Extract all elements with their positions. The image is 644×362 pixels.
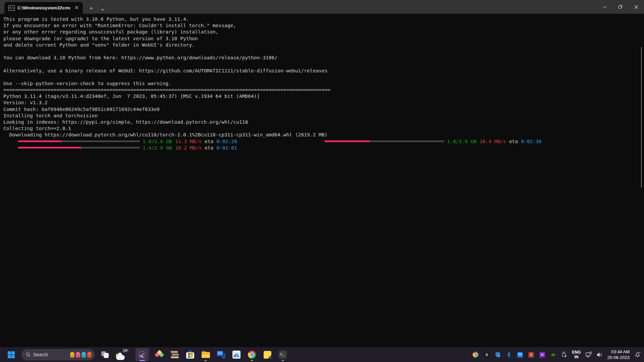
system-tray: G S N ENG IN 0 (472, 349, 641, 360)
taskbar-item-sticky-notes[interactable] (262, 348, 272, 362)
progress-fill (18, 147, 81, 148)
taskbar-item-microsoft-store[interactable] (185, 348, 195, 362)
terminal-line: or any other error regarding unsuccessfu… (3, 28, 644, 35)
search-highlight-icon (70, 352, 74, 358)
tab-bar-divider (98, 5, 98, 11)
tray-chrome-icon[interactable] (472, 351, 479, 358)
terminal-line (3, 61, 644, 67)
task-view-button[interactable] (100, 348, 110, 362)
tray-notion-icon[interactable]: N (539, 351, 545, 358)
progress-row: 1.0/2.6 GB11.3 MB/seta0:02:28 1.0/2.6 GB… (3, 138, 644, 144)
terminal-line: Downloading https://download.pytorch.org… (3, 131, 644, 138)
tray-bluetooth-icon[interactable] (505, 351, 512, 358)
task-view-icon (101, 351, 109, 358)
language-indicator[interactable]: ENG IN (572, 350, 581, 359)
eta-label: eta (509, 138, 518, 144)
winrar-icon (171, 351, 179, 358)
eta-value: 0:02:36 (521, 138, 542, 144)
terminal-scrollbar[interactable] (641, 47, 642, 188)
terminal-line (3, 74, 644, 80)
start-button[interactable] (6, 348, 16, 362)
search-placeholder: Search (33, 352, 67, 357)
taskbar-item-chrome[interactable] (247, 348, 257, 362)
taskbar-item-file-explorer[interactable] (201, 348, 211, 362)
running-indicator (205, 360, 207, 361)
taskbar-item-snipping-tool[interactable] (136, 348, 149, 362)
eta-label: eta (205, 144, 213, 151)
phone-link-icon (217, 351, 225, 358)
desktop-screen: C:\ C:\Windows\system32\cmd.e + This pro… (0, 0, 644, 362)
download-size: 1.0/2.6 GB (143, 138, 172, 144)
progress-stats: 1.0/2.6 GB10.4 MB/seta0:02:36 (447, 138, 542, 144)
search-highlight-icon (76, 352, 80, 358)
tray-usb-eject-icon[interactable] (561, 351, 568, 358)
volume-icon[interactable] (596, 351, 603, 358)
tray-phone-link-icon[interactable] (517, 351, 523, 358)
weather-icon: 28° (116, 348, 130, 362)
snipping-tool-icon (138, 351, 146, 359)
download-progress: 1.0/2.6 GB11.3 MB/seta0:02:28 (18, 138, 237, 144)
download-speed: 10.4 MB/s (480, 138, 506, 144)
terminal-line: Version: v1.3.2 (3, 99, 644, 106)
paint3d-icon (155, 351, 164, 359)
clock-date: 25-06-2023 (607, 355, 630, 360)
progress-bar (18, 140, 140, 142)
weather-widget[interactable]: 28° (115, 348, 130, 362)
network-icon[interactable] (585, 351, 592, 358)
new-tab-button[interactable]: + (88, 5, 95, 12)
tray-logitech-icon[interactable]: G (483, 351, 490, 358)
tray-red-app-icon[interactable]: S (528, 351, 534, 358)
eta-value: 0:02:28 (216, 138, 237, 144)
terminal-line: Installing torch and torchvision (3, 112, 644, 119)
search-highlight-icons[interactable] (70, 352, 92, 358)
progress-row: 1.4/2.6 GB10.2 MB/seta0:02:01 (3, 144, 644, 151)
notification-bell-icon[interactable]: zz (634, 351, 641, 358)
cmd-icon: C:\ (8, 5, 15, 11)
download-size: 1.4/2.6 GB (143, 144, 172, 151)
tray-nvidia-icon[interactable] (550, 351, 556, 358)
clock-time: 03:44 AM (607, 349, 630, 355)
terminal-tab[interactable]: C:\ C:\Windows\system32\cmd.e (4, 2, 83, 14)
tab-close-icon[interactable] (73, 5, 80, 11)
download-speed: 11.3 MB/s (175, 138, 202, 144)
taskbar: Search 28° (0, 347, 644, 362)
chevron-down-icon (101, 8, 105, 11)
sticky-notes-icon (264, 351, 271, 359)
taskbar-item-terminal[interactable]: ❯_ (278, 348, 288, 362)
active-app-highlight (136, 348, 149, 361)
running-indicator (282, 360, 284, 361)
chrome-icon (248, 351, 256, 359)
restore-button[interactable] (612, 0, 628, 14)
terminal-line: Use --skip-python-version-check to suppr… (3, 80, 644, 86)
cloud-icon (116, 355, 125, 360)
search-input[interactable]: Search (21, 349, 95, 360)
eta-value: 0:02:01 (216, 144, 237, 151)
tab-dropdown-button[interactable] (101, 8, 105, 11)
terminal-titlebar: C:\ C:\Windows\system32\cmd.e + (0, 0, 644, 14)
close-button[interactable] (628, 0, 644, 14)
file-explorer-icon (202, 351, 210, 358)
photos-icon (232, 351, 240, 359)
progress-stats: 1.0/2.6 GB11.3 MB/seta0:02:28 (143, 138, 237, 144)
taskbar-item-winrar[interactable] (170, 348, 180, 362)
minimize-button[interactable] (597, 0, 612, 14)
progress-stats: 1.4/2.6 GB10.2 MB/seta0:02:01 (143, 144, 237, 151)
tab-title: C:\Windows\system32\cmd.e (17, 6, 70, 10)
taskbar-item-paint3d[interactable] (154, 348, 164, 362)
terminal-line (3, 48, 644, 54)
download-progress: 1.4/2.6 GB10.2 MB/seta0:02:01 (18, 144, 237, 151)
terminal-line: Python 3.11.4 (tags/v3.11.4:d2340ef, Jun… (3, 93, 644, 99)
tray-windows-security-icon[interactable] (494, 351, 501, 358)
taskbar-item-photos[interactable] (231, 348, 241, 362)
clock[interactable]: 03:44 AM 25-06-2023 (607, 349, 630, 360)
running-indicator (251, 360, 253, 361)
terminal-line: Looking in indexes: https://pypi.org/sim… (3, 119, 644, 125)
taskbar-item-phone-link[interactable] (216, 348, 226, 362)
active-window-indicator (140, 360, 145, 361)
terminal-content[interactable]: This program is tested with 3.10.6 Pytho… (0, 14, 644, 347)
terminal-line: ========================================… (3, 86, 644, 93)
terminal-line: Collecting torch==2.0.1 (3, 125, 644, 131)
microsoft-store-icon (186, 351, 194, 359)
progress-bar (324, 140, 444, 142)
terminal-line: and delete current Python and "venv" fol… (3, 42, 644, 48)
